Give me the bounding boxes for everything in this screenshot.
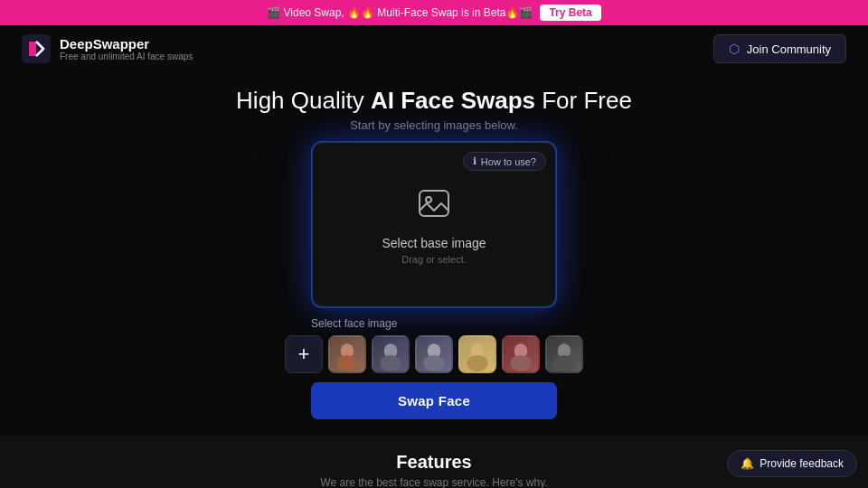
face-thumb-6[interactable] <box>545 335 583 373</box>
hero-strong: AI Face Swaps <box>371 87 535 114</box>
brand-name: DeepSwapper <box>60 36 193 52</box>
face-selector-section: Select face image + <box>0 317 868 382</box>
svg-point-4 <box>336 355 358 371</box>
feedback-icon: 🔔 <box>741 457 754 470</box>
hero-section: High Quality AI Face Swaps For Free Star… <box>0 72 868 141</box>
face-section-label: Select face image <box>311 317 397 330</box>
top-banner: 🎬 Video Swap, 🔥🔥 Multi-Face Swap is in B… <box>0 0 868 25</box>
add-face-button[interactable]: + <box>285 335 323 373</box>
svg-point-6 <box>380 355 401 371</box>
feedback-label: Provide feedback <box>760 457 844 470</box>
upload-section: ℹ How to use? Select base image Drag or … <box>0 141 868 317</box>
try-beta-button[interactable]: Try Beta <box>540 5 600 21</box>
face-thumb-2[interactable] <box>372 335 410 373</box>
hero-suffix: For Free <box>535 87 632 114</box>
swap-face-button[interactable]: Swap Face <box>311 382 557 419</box>
svg-point-14 <box>553 355 575 371</box>
upload-box[interactable]: ℹ How to use? Select base image Drag or … <box>311 141 557 308</box>
face-thumb-1[interactable] <box>328 335 366 373</box>
face-thumb-3[interactable] <box>415 335 453 373</box>
svg-point-10 <box>467 355 488 371</box>
upload-sublabel: Drag or select. <box>401 254 467 265</box>
logo-icon <box>22 34 51 63</box>
upload-icon <box>416 185 452 229</box>
banner-text: 🎬 Video Swap, 🔥🔥 Multi-Face Swap is in B… <box>267 6 533 19</box>
brand-tagline: Free and unlimited AI face swaps <box>60 52 193 61</box>
face-row: + <box>285 335 583 373</box>
info-icon: ℹ <box>473 155 476 167</box>
how-to-use-label: How to use? <box>481 156 536 167</box>
feedback-button[interactable]: 🔔 Provide feedback <box>727 450 857 477</box>
how-to-use-button[interactable]: ℹ How to use? <box>463 152 546 171</box>
hero-prefix: High Quality <box>236 87 371 114</box>
features-subtitle: We are the best face swap service. Here'… <box>0 476 868 488</box>
logo-area: DeepSwapper Free and unlimited AI face s… <box>22 34 193 63</box>
join-community-label: Join Community <box>747 42 831 56</box>
brand-text: DeepSwapper Free and unlimited AI face s… <box>60 36 193 61</box>
navbar: DeepSwapper Free and unlimited AI face s… <box>0 25 868 72</box>
discord-icon: ⬡ <box>729 42 740 56</box>
svg-rect-1 <box>420 191 448 216</box>
join-community-button[interactable]: ⬡ Join Community <box>713 34 846 63</box>
upload-label: Select base image <box>382 236 486 250</box>
svg-point-2 <box>426 197 431 202</box>
face-thumb-4[interactable] <box>458 335 496 373</box>
hero-subtext: Start by selecting images below. <box>0 118 868 132</box>
svg-point-8 <box>423 355 445 371</box>
face-thumb-5[interactable] <box>502 335 540 373</box>
hero-heading: High Quality AI Face Swaps For Free <box>0 87 868 115</box>
svg-point-12 <box>510 355 532 371</box>
